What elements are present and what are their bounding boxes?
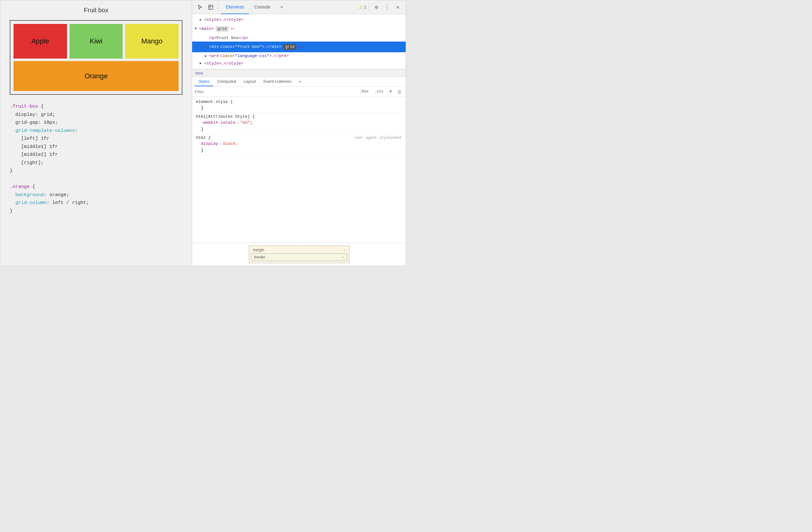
code-line: background: orange; bbox=[10, 191, 183, 199]
style-prop: } bbox=[196, 105, 402, 111]
dom-line-div-fruitbox[interactable]: ▶ <div class="fruit-box" >…</div> grid ← bbox=[192, 42, 406, 52]
box-model-border-row: border - bbox=[252, 254, 346, 260]
dom-line-style2[interactable]: ▶ <style>…</style> bbox=[192, 60, 406, 67]
breadcrumb-html[interactable]: html bbox=[195, 71, 203, 75]
style-rule-selector: html[Attributes Style] { bbox=[196, 114, 402, 119]
warning-indicator: ⚠ 1 bbox=[359, 4, 366, 10]
devtools-panel: Elements Console » ⚠ 1 ⚙ ⋮ ✕ ▶ bbox=[192, 0, 406, 266]
tab-styles[interactable]: Styles bbox=[195, 77, 213, 86]
toolbar-divider bbox=[218, 3, 218, 11]
filter-bar: :hov .cls + ◫ bbox=[192, 87, 406, 97]
code-line: .orange { bbox=[10, 183, 183, 191]
left-panel: Fruit box Apple Kiwi Mango Orange .fruit… bbox=[0, 0, 192, 266]
warning-icon: ⚠ bbox=[359, 4, 363, 10]
code-line: display: grid; bbox=[10, 111, 183, 119]
fruit-mango: Mango bbox=[125, 24, 179, 58]
style-prop: } bbox=[196, 126, 402, 133]
style-rule-selector: html { user agent stylesheet bbox=[196, 135, 402, 140]
expand-arrow[interactable]: ▶ bbox=[205, 44, 209, 50]
code-line: grid-column: left / right; bbox=[10, 199, 183, 207]
tab-elements[interactable]: Elements bbox=[221, 0, 249, 14]
style-rule-html-attr: html[Attributes Style] { -webkit-locale … bbox=[192, 113, 406, 135]
warning-count: 1 bbox=[364, 5, 366, 10]
fruit-apple: Apple bbox=[14, 24, 67, 58]
code-line: [left] 1fr bbox=[10, 135, 183, 143]
style-rule-element: element.style { } bbox=[192, 98, 406, 113]
box-inspect-icon[interactable] bbox=[206, 2, 215, 12]
filter-input[interactable] bbox=[195, 89, 356, 94]
cls-button[interactable]: .cls bbox=[372, 88, 386, 95]
close-icon[interactable]: ✕ bbox=[393, 2, 403, 12]
style-rule-html-ua: html { user agent stylesheet display : b… bbox=[192, 134, 406, 155]
devtools-top-tabs: Elements Console » bbox=[221, 0, 288, 14]
hov-button[interactable]: :hov bbox=[357, 88, 371, 95]
tab-computed[interactable]: Computed bbox=[213, 77, 240, 86]
expand-arrow[interactable]: ▶ bbox=[205, 54, 209, 59]
code-line: .fruit-box { bbox=[10, 103, 183, 111]
red-arrow-2: ← bbox=[299, 42, 303, 52]
code-section: .fruit-box { display: grid; grid-gap: 10… bbox=[10, 103, 183, 215]
style-prop-display: display : block; bbox=[196, 141, 402, 147]
grid-badge-2: grid bbox=[284, 44, 296, 50]
expand-arrow[interactable]: ▼ bbox=[195, 26, 199, 31]
tab-layout[interactable]: Layout bbox=[240, 77, 259, 86]
dom-line-main[interactable]: ▼ <main> grid ← bbox=[192, 24, 406, 34]
code-line: } bbox=[10, 167, 183, 175]
tab-event-listeners[interactable]: Event Listeners bbox=[259, 77, 295, 86]
dom-line-pre[interactable]: ▶ <pre class="language-css" >…</pre> bbox=[192, 52, 406, 60]
fruit-orange: Orange bbox=[14, 61, 179, 91]
tab-console[interactable]: Console bbox=[249, 0, 275, 14]
box-model-border-label: border bbox=[255, 255, 265, 260]
style-rule-selector: element.style { bbox=[196, 99, 402, 104]
expand-arrow[interactable]: ▶ bbox=[200, 61, 204, 66]
fruit-box-grid: Apple Kiwi Mango Orange bbox=[10, 20, 183, 95]
code-line: grid-template-columns: bbox=[10, 127, 183, 135]
grid-badge: grid bbox=[216, 26, 229, 32]
page-title: Fruit box bbox=[10, 6, 183, 14]
code-line: [middle1] 1fr bbox=[10, 143, 183, 151]
settings-icon[interactable]: ⚙ bbox=[372, 2, 381, 12]
code-line: grid-gap: 10px; bbox=[10, 119, 183, 127]
red-arrow-1: ← bbox=[231, 24, 235, 34]
breadcrumb-bar[interactable]: html bbox=[192, 69, 406, 77]
tab-more-panels[interactable]: » bbox=[275, 0, 288, 14]
box-model-border-box: border - bbox=[251, 253, 347, 261]
add-style-button[interactable]: + bbox=[387, 88, 394, 95]
box-model: margin - border - bbox=[249, 246, 349, 263]
box-model-margin-label: margin bbox=[253, 248, 264, 252]
styles-content: element.style { } html[Attributes Style]… bbox=[192, 97, 406, 243]
toolbar-divider-2 bbox=[369, 3, 369, 11]
dom-line-p[interactable]: <p>Fruit box</p> bbox=[192, 34, 406, 42]
style-prop-webkit-locale: -webkit-locale : "en" ; bbox=[196, 120, 402, 126]
box-model-section: margin - border - bbox=[192, 243, 406, 266]
dom-elements-panel: ▶ <style>…</style> ▼ <main> grid ← <p>Fr… bbox=[192, 14, 406, 69]
box-model-margin-row: margin - bbox=[250, 247, 348, 253]
dom-line-style1[interactable]: ▶ <style>…</style> bbox=[192, 16, 406, 24]
filter-actions: :hov .cls + ◫ bbox=[357, 88, 403, 95]
code-line bbox=[10, 175, 183, 183]
style-prop: } bbox=[196, 147, 402, 154]
code-line: [right]; bbox=[10, 159, 183, 167]
devtools-toolbar: Elements Console » ⚠ 1 ⚙ ⋮ ✕ bbox=[192, 0, 406, 14]
fruit-kiwi: Kiwi bbox=[70, 24, 123, 58]
tab-more-styles[interactable]: » bbox=[295, 77, 305, 86]
code-line: [middle2] 1fr bbox=[10, 151, 183, 159]
styles-tabs-bar: Styles Computed Layout Event Listeners » bbox=[192, 77, 406, 87]
expand-arrow[interactable]: ▶ bbox=[200, 17, 204, 23]
cursor-icon[interactable] bbox=[195, 2, 205, 12]
svg-rect-0 bbox=[208, 5, 213, 10]
ua-stylesheet-label: user agent stylesheet bbox=[354, 136, 402, 140]
code-line: } bbox=[10, 207, 183, 215]
new-rule-button[interactable]: ◫ bbox=[396, 88, 403, 95]
box-model-border-value: - bbox=[343, 255, 344, 260]
box-model-margin-value: - bbox=[344, 248, 345, 252]
more-options-icon[interactable]: ⋮ bbox=[382, 2, 392, 12]
